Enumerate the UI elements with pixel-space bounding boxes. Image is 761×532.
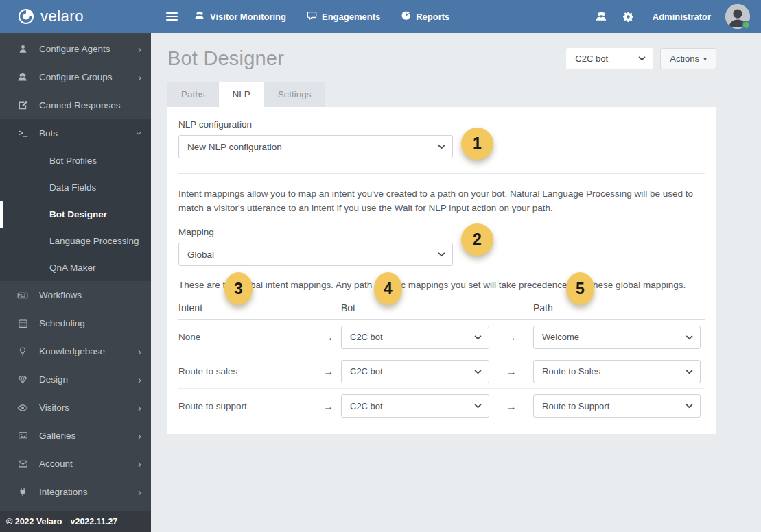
sidebar-item-bots[interactable]: >_ Bots › (0, 119, 151, 147)
pie-chart-icon (401, 10, 411, 23)
agents-group-icon[interactable] (595, 10, 608, 23)
copyright-text: © 2022 Velaro (6, 517, 62, 527)
bot-selector: C2C bot (566, 48, 653, 69)
mappings-table-header: Intent Bot Path (178, 297, 705, 320)
brand-name: velaro (40, 8, 84, 25)
mapping-row: None → C2C bot → Welcome (178, 320, 705, 354)
topbar-right-cluster: Administrator (595, 4, 761, 29)
sidebar-item-galleries[interactable]: Galleries › (0, 422, 151, 450)
nav-visitor-monitoring[interactable]: Visitor Monitoring (194, 10, 286, 23)
menu-toggle-icon[interactable] (166, 10, 178, 23)
user-avatar[interactable] (725, 4, 750, 29)
nlp-configuration-label: NLP configuration (178, 119, 705, 130)
tab-bar: Paths NLP Settings (167, 82, 325, 107)
path-cell-select[interactable]: Route to Sales (534, 361, 700, 383)
arrow-right-icon: → (316, 331, 341, 343)
arrow-right-icon: → (489, 365, 533, 377)
top-bar: velaro Visitor Monitoring Engagements R (0, 0, 761, 33)
plug-icon (16, 487, 29, 497)
version-text: v2022.11.27 (71, 517, 118, 527)
sidebar-item-integrations[interactable]: Integrations › (0, 478, 151, 506)
sidebar-footer: © 2022 Velaro v2022.11.27 (0, 511, 151, 532)
sidebar-item-visitors[interactable]: Visitors › (0, 394, 151, 422)
image-icon (16, 431, 29, 441)
pencil-square-icon (16, 100, 29, 110)
chevron-right-icon: › (138, 431, 141, 441)
annotation-badge-3: 3 (224, 272, 253, 305)
users-icon (194, 10, 205, 23)
users-icon (16, 72, 29, 83)
tab-settings[interactable]: Settings (264, 82, 325, 107)
chevron-right-icon: › (138, 44, 141, 54)
path-cell-selector: Route to Support (533, 394, 701, 418)
online-status-dot (742, 21, 751, 29)
chevron-down-icon: › (134, 132, 145, 135)
keyboard-icon (16, 290, 29, 301)
eye-icon (16, 402, 29, 413)
intent-name: None (178, 332, 316, 342)
sidebar-item-account[interactable]: Account › (0, 450, 151, 478)
caret-down-icon: ▾ (703, 55, 707, 62)
chevron-right-icon: › (138, 346, 141, 356)
intent-name: Route to support (178, 401, 316, 411)
chevron-right-icon: › (138, 374, 141, 385)
mapping-row: Route to sales → C2C bot → Route to Sale… (178, 354, 705, 389)
column-header-path: Path (533, 302, 705, 313)
path-cell-select[interactable]: Welcome (534, 326, 700, 348)
sidebar-item-knowledgebase[interactable]: Knowledgebase › (0, 337, 151, 365)
sidebar-item-data-fields[interactable]: Data Fields (0, 174, 151, 201)
bot-selector-select[interactable]: C2C bot (567, 49, 653, 69)
chat-bubble-icon (307, 10, 317, 23)
global-mappings-note: These are the global intent mappings. An… (178, 280, 705, 290)
sidebar-item-bot-designer[interactable]: Bot Designer (0, 201, 151, 228)
annotation-badge-5: 5 (566, 272, 594, 305)
sidebar-item-qna-maker[interactable]: QnA Maker (0, 254, 151, 281)
actions-button[interactable]: Actions ▾ (660, 48, 716, 69)
velaro-logo[interactable]: velaro (0, 8, 151, 25)
annotation-badge-1: 1 (461, 128, 493, 160)
bot-cell-select[interactable]: C2C bot (342, 395, 489, 417)
arrow-right-icon: → (489, 331, 533, 343)
sidebar-item-canned-responses[interactable]: Canned Responses (0, 91, 151, 119)
bot-cell-selector: C2C bot (341, 360, 489, 383)
column-header-bot: Bot (341, 302, 489, 313)
main-content: Bot Designer C2C bot Actions ▾ Paths NLP… (151, 33, 761, 532)
mapping-select[interactable]: Global (179, 243, 452, 265)
arrow-right-icon: → (489, 400, 533, 412)
chevron-right-icon: › (138, 72, 141, 82)
gear-icon[interactable] (622, 11, 634, 23)
user-icon (16, 44, 29, 54)
bot-cell-select[interactable]: C2C bot (342, 361, 489, 383)
mapping-label: Mapping (178, 227, 705, 237)
arrow-right-icon: → (316, 400, 341, 412)
sidebar-item-configure-groups[interactable]: Configure Groups › (0, 63, 151, 91)
nav-label: Visitor Monitoring (210, 12, 286, 22)
sidebar-item-configure-agents[interactable]: Configure Agents › (0, 35, 151, 63)
sidebar-item-workflows[interactable]: Workflows (0, 281, 151, 309)
nav-engagements[interactable]: Engagements (307, 10, 380, 23)
section-divider (178, 173, 705, 174)
top-navigation: Visitor Monitoring Engagements Reports (194, 10, 449, 23)
path-cell-select[interactable]: Route to Support (534, 395, 700, 417)
sidebar-item-bot-profiles[interactable]: Bot Profiles (0, 147, 151, 174)
nlp-panel: NLP configuration New NLP configuration … (167, 107, 716, 434)
gem-icon (16, 374, 29, 385)
bot-cell-selector: C2C bot (341, 326, 489, 349)
tab-paths[interactable]: Paths (167, 82, 219, 107)
bot-cell-select[interactable]: C2C bot (342, 326, 489, 348)
terminal-icon: >_ (16, 129, 29, 138)
nav-reports[interactable]: Reports (401, 10, 449, 23)
tab-nlp[interactable]: NLP (219, 82, 264, 107)
nlp-configuration-select[interactable]: New NLP configuration (179, 136, 452, 158)
sidebar-item-design[interactable]: Design › (0, 365, 151, 394)
current-user-name: Administrator (653, 12, 711, 22)
sidebar-group-bots: >_ Bots › Bot Profiles Data Fields Bot D… (0, 119, 151, 281)
calendar-icon (16, 318, 29, 328)
mapping-row: Route to support → C2C bot → Route to Su… (178, 389, 705, 423)
nav-label: Reports (416, 12, 449, 22)
chevron-right-icon: › (138, 487, 141, 497)
sidebar-item-language-processing[interactable]: Language Processing (0, 228, 151, 254)
chevron-right-icon: › (138, 459, 141, 469)
bot-cell-selector: C2C bot (341, 394, 489, 418)
sidebar-item-scheduling[interactable]: Scheduling (0, 309, 151, 337)
